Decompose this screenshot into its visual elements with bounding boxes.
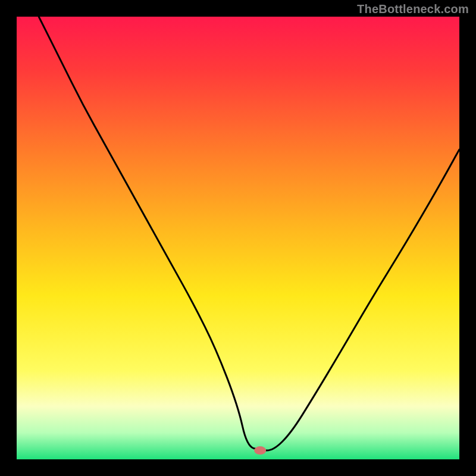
gradient-background — [17, 17, 459, 459]
chart-svg — [17, 17, 459, 459]
chart-frame: TheBottleneck.com — [0, 0, 476, 476]
watermark-text: TheBottleneck.com — [357, 2, 469, 16]
plot-area — [17, 17, 459, 459]
optimum-marker — [254, 446, 266, 455]
